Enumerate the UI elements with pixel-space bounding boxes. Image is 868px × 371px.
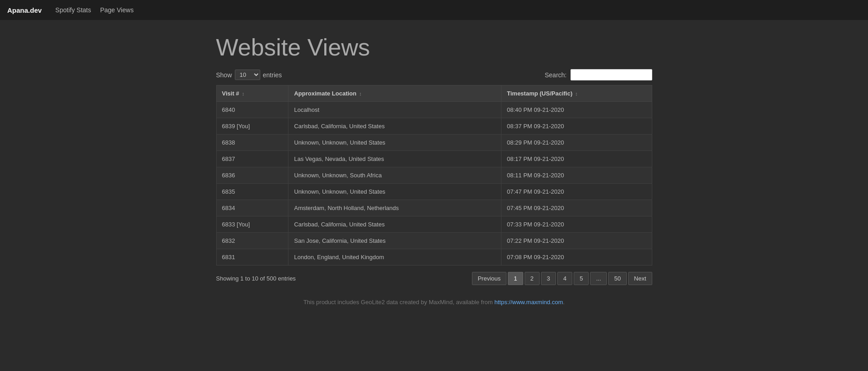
ellipsis-button: ... (590, 272, 607, 285)
entries-label: entries (263, 71, 282, 79)
search-label: Search: (545, 71, 566, 79)
search-input[interactable] (570, 69, 652, 80)
sort-icon-visit: ↕ (242, 91, 245, 96)
page-button-1[interactable]: 1 (508, 272, 523, 285)
cell-timestamp: 08:29 PM 09-21-2020 (501, 135, 652, 151)
cell-timestamp: 07:22 PM 09-21-2020 (501, 233, 652, 249)
table-row: 6839 [You] Carlsbad, California, United … (216, 118, 652, 135)
footer-text-before: This product includes GeoLite2 data crea… (303, 299, 495, 306)
page-button-5[interactable]: 5 (574, 272, 589, 285)
cell-location: Carlsbad, California, United States (288, 216, 501, 233)
cell-visit: 6832 (216, 233, 288, 249)
cell-timestamp: 07:08 PM 09-21-2020 (501, 249, 652, 266)
table-controls: Show 10 25 50 100 entries Search: (216, 69, 652, 80)
table-row: 6833 [You] Carlsbad, California, United … (216, 216, 652, 233)
cell-location: San Jose, California, United States (288, 233, 501, 249)
cell-visit: 6839 [You] (216, 118, 288, 135)
show-entries-control: Show 10 25 50 100 entries (216, 70, 282, 80)
showing-text: Showing 1 to 10 of 500 entries (216, 275, 296, 282)
show-label: Show (216, 71, 232, 79)
maxmind-link[interactable]: https://www.maxmind.com (494, 299, 563, 306)
prev-button[interactable]: Previous (472, 272, 507, 285)
next-button[interactable]: Next (628, 272, 652, 285)
table-row: 6831 London, England, United Kingdom 07:… (216, 249, 652, 266)
cell-visit: 6831 (216, 249, 288, 266)
page-button-4[interactable]: 4 (557, 272, 572, 285)
cell-timestamp: 07:45 PM 09-21-2020 (501, 200, 652, 216)
search-control: Search: (545, 69, 652, 80)
pagination-buttons: Previous12345...50Next (472, 272, 652, 285)
page-button-2[interactable]: 2 (525, 272, 540, 285)
nav-spotify-stats[interactable]: Spotify Stats (55, 6, 91, 14)
cell-location: Unknown, Unknown, United States (288, 184, 501, 200)
cell-location: Amsterdam, North Holland, Netherlands (288, 200, 501, 216)
table-row: 6837 Las Vegas, Nevada, United States 08… (216, 151, 652, 167)
sort-icon-location: ↕ (359, 91, 362, 96)
footer-text-after: . (563, 299, 565, 306)
cell-visit: 6835 (216, 184, 288, 200)
cell-location: Carlsbad, California, United States (288, 118, 501, 135)
table-row: 6832 San Jose, California, United States… (216, 233, 652, 249)
cell-timestamp: 07:33 PM 09-21-2020 (501, 216, 652, 233)
sort-icon-timestamp: ↕ (575, 91, 578, 96)
cell-timestamp: 08:17 PM 09-21-2020 (501, 151, 652, 167)
entries-select[interactable]: 10 25 50 100 (235, 70, 260, 80)
cell-visit: 6834 (216, 200, 288, 216)
page-button-50[interactable]: 50 (608, 272, 626, 285)
table-row: 6835 Unknown, Unknown, United States 07:… (216, 184, 652, 200)
brand-logo[interactable]: Apana.dev (7, 6, 42, 14)
footer-note: This product includes GeoLite2 data crea… (216, 299, 652, 306)
table-row: 6840 Localhost 08:40 PM 09-21-2020 (216, 102, 652, 118)
col-location[interactable]: Approximate Location↕ (288, 85, 501, 102)
col-visit[interactable]: Visit #↕ (216, 85, 288, 102)
table-row: 6834 Amsterdam, North Holland, Netherlan… (216, 200, 652, 216)
cell-timestamp: 08:40 PM 09-21-2020 (501, 102, 652, 118)
table-row: 6838 Unknown, Unknown, United States 08:… (216, 135, 652, 151)
cell-visit: 6833 [You] (216, 216, 288, 233)
nav-page-views[interactable]: Page Views (100, 6, 134, 14)
cell-location: London, England, United Kingdom (288, 249, 501, 266)
table-header-row: Visit #↕ Approximate Location↕ Timestamp… (216, 85, 652, 102)
visits-table: Visit #↕ Approximate Location↕ Timestamp… (216, 85, 652, 266)
cell-location: Unknown, Unknown, South Africa (288, 167, 501, 184)
col-timestamp[interactable]: Timestamp (US/Pacific)↕ (501, 85, 652, 102)
cell-location: Localhost (288, 102, 501, 118)
pagination-row: Showing 1 to 10 of 500 entries Previous1… (216, 272, 652, 285)
cell-timestamp: 07:47 PM 09-21-2020 (501, 184, 652, 200)
page-title: Website Views (216, 34, 652, 61)
cell-location: Unknown, Unknown, United States (288, 135, 501, 151)
cell-visit: 6837 (216, 151, 288, 167)
cell-visit: 6838 (216, 135, 288, 151)
cell-timestamp: 08:11 PM 09-21-2020 (501, 167, 652, 184)
cell-location: Las Vegas, Nevada, United States (288, 151, 501, 167)
cell-timestamp: 08:37 PM 09-21-2020 (501, 118, 652, 135)
cell-visit: 6836 (216, 167, 288, 184)
cell-visit: 6840 (216, 102, 288, 118)
page-button-3[interactable]: 3 (541, 272, 556, 285)
table-row: 6836 Unknown, Unknown, South Africa 08:1… (216, 167, 652, 184)
